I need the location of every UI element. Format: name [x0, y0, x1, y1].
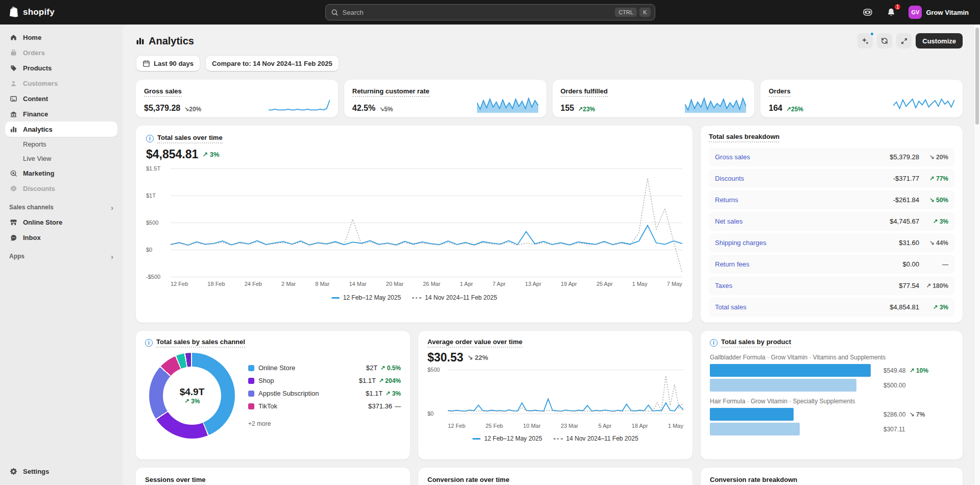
y-tick: $0 — [146, 247, 152, 253]
kbd-ctrl: CTRL — [615, 8, 637, 17]
date-range-button[interactable]: Last 90 days — [136, 55, 200, 71]
metric-card-gross-sales[interactable]: Gross sales$5,379.28↘20% — [136, 80, 338, 117]
refresh-icon — [880, 37, 889, 45]
breakdown-row-discounts[interactable]: Discounts-$371.77↗ 77% — [709, 169, 954, 188]
sidebar-subitem-reports[interactable]: Reports — [5, 137, 117, 151]
info-icon[interactable]: i — [710, 339, 718, 347]
breakdown-row-return-fees[interactable]: Return fees$0.00— — [709, 255, 954, 274]
y-axis-labels: $1.5T$1T$500$0-$500 — [146, 168, 171, 277]
notifications-button[interactable]: 1 — [883, 4, 899, 20]
fullscreen-button[interactable] — [896, 33, 912, 48]
compare-button[interactable]: Compare to: 14 Nov 2024–11 Feb 2025 — [205, 55, 339, 71]
breakdown-row-shipping-charges[interactable]: Shipping charges$31.60↘ 44% — [709, 233, 954, 252]
page-scrollbar[interactable] — [974, 25, 980, 485]
sidekick-button[interactable] — [859, 4, 876, 20]
delta-down: ↘20% — [184, 106, 201, 113]
legend-item: 14 Nov 2024–11 Feb 2025 — [554, 435, 638, 442]
sidebar-item-analytics[interactable]: Analytics — [5, 122, 117, 137]
more-channels-link[interactable]: +2 more — [248, 420, 401, 427]
card-title-text[interactable]: Conversion rate over time — [427, 476, 509, 485]
sidebar-item-label: Customers — [23, 80, 58, 87]
channel-legend-rows: Online Store$2T↗ 0.5%Shop$1.1T↗ 204%Apps… — [248, 364, 401, 410]
sidebar-subitem-live-view[interactable]: Live View — [5, 151, 117, 165]
sidebar-heading-sales-channels[interactable]: Sales channels › — [5, 200, 117, 214]
x-tick: 1 Apr — [460, 281, 473, 287]
legend-current-marker — [472, 438, 481, 440]
breakdown-value: $0.00 — [902, 260, 919, 268]
x-tick: 18 Feb — [207, 281, 225, 287]
sidebar-heading-apps[interactable]: Apps › — [5, 249, 117, 263]
card-title-text[interactable]: Average order value over time — [427, 338, 522, 348]
delta-up: ↗ 3% — [924, 304, 948, 311]
metric-card-orders-fulfilled[interactable]: Orders fulfilled155↗23% — [553, 80, 755, 117]
product-bar-row: $549.48↗ 10% — [710, 364, 953, 377]
card-title-text[interactable]: Conversion rate breakdown — [710, 476, 797, 485]
sidebar-item-home[interactable]: Home — [5, 30, 117, 45]
breakdown-row-gross-sales[interactable]: Gross sales$5,379.28↘ 20% — [709, 148, 954, 166]
info-icon[interactable]: i — [146, 135, 154, 142]
card-title-text[interactable]: Total sales by product — [721, 338, 791, 348]
card-title-text[interactable]: Total sales over time — [157, 134, 223, 143]
delta-up: ↗ 204% — [378, 377, 401, 384]
scrollbar-thumb[interactable] — [975, 28, 979, 125]
delta-up: ↗ 3% — [385, 390, 401, 397]
sidebar-item-label: Marketing — [23, 169, 54, 177]
chevron-right-icon: › — [111, 203, 113, 212]
legend-item: 14 Nov 2024–11 Feb 2025 — [412, 294, 497, 301]
metric-card-returning-customer-rate[interactable]: Returning customer rate42.5%↘5% — [344, 80, 546, 117]
breakdown-row-taxes[interactable]: Taxes$77.54↗ 180% — [709, 276, 954, 295]
sidebar-item-marketing[interactable]: Marketing — [5, 165, 117, 181]
x-tick: 10 Mar — [523, 423, 540, 429]
gridline — [171, 277, 682, 277]
sidebar-item-orders[interactable]: Orders — [5, 45, 117, 60]
calendar-icon — [142, 60, 150, 67]
legend-current-marker — [331, 297, 340, 299]
sidebar-item-customers[interactable]: Customers — [5, 76, 117, 91]
card-title-text[interactable]: Sessions over time — [145, 476, 206, 485]
refresh-button[interactable] — [877, 33, 892, 48]
sidebar-item-inbox[interactable]: Inbox — [5, 230, 117, 245]
search-input[interactable] — [343, 9, 613, 16]
aov-chart — [448, 370, 683, 419]
card-title-text[interactable]: Total sales by sales channel — [156, 338, 245, 348]
sidebar-item-discounts[interactable]: Discounts — [5, 181, 117, 196]
breakdown-row-returns[interactable]: Returns-$261.84↘ 50% — [709, 190, 954, 209]
x-tick: 8 Mar — [315, 281, 329, 287]
breakdown-row-total-sales[interactable]: Total sales$4,854.81↗ 3% — [709, 298, 954, 317]
metric-card-orders[interactable]: Orders164↗25% — [760, 80, 963, 117]
sidebar-item-content[interactable]: Content — [5, 91, 117, 106]
insights-button[interactable] — [857, 33, 873, 48]
sidebar-item-finance[interactable]: Finance — [5, 106, 117, 122]
bar-track — [710, 379, 878, 392]
metric-value: $5,379.28 — [144, 104, 180, 113]
delta-down: ↘5% — [379, 106, 393, 113]
sidebar-item-label: Home — [23, 34, 41, 41]
shopify-logo[interactable]: shopify — [8, 6, 55, 18]
legend-item: 12 Feb–12 May 2025 — [472, 435, 542, 442]
x-tick: 2 Mar — [281, 281, 296, 287]
customize-button[interactable]: Customize — [916, 33, 963, 48]
x-tick: 1 May — [632, 281, 648, 287]
sidebar-item-label: Settings — [23, 468, 49, 475]
sidebar-item-label: Inbox — [23, 234, 41, 241]
breakdown-label: Return fees — [715, 260, 749, 268]
breakdown-row-net-sales[interactable]: Net sales$4,745.67↗ 3% — [709, 212, 954, 231]
sidebar-item-online-store[interactable]: Online Store — [5, 214, 117, 230]
metric-label: Gross sales — [144, 86, 330, 95]
sidebar-item-settings[interactable]: Settings — [5, 464, 117, 479]
sidebar-item-label: Discounts — [23, 185, 55, 192]
sidebar-item-label: Content — [23, 95, 48, 103]
channel-value: $1.1T↗ 204% — [359, 377, 401, 384]
x-tick: 5 Apr — [599, 423, 612, 429]
card-title-text[interactable]: Total sales breakdown — [709, 133, 779, 142]
legend-label: 14 Nov 2024–11 Feb 2025 — [566, 435, 638, 442]
bar-value-label: $500.00 — [883, 382, 905, 389]
topbar: shopify CTRL K 1 GV Grow Vitamin — [0, 0, 980, 25]
breakdown-label: Gross sales — [715, 153, 750, 161]
breakdown-label: Taxes — [715, 282, 732, 289]
store-menu[interactable]: GV Grow Vitamin — [906, 4, 972, 21]
info-icon[interactable]: i — [145, 339, 153, 347]
sidebar-item-products[interactable]: Products — [5, 60, 117, 76]
global-search[interactable]: CTRL K — [325, 4, 655, 20]
channel-amount: $2T — [366, 364, 377, 372]
